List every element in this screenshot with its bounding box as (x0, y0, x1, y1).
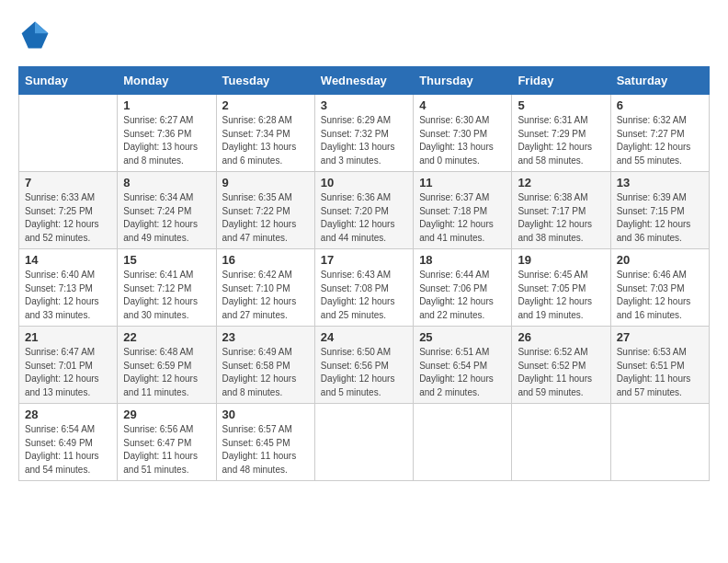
day-info: Sunrise: 6:40 AMSunset: 7:13 PMDaylight:… (25, 269, 111, 322)
day-number: 10 (321, 176, 407, 190)
day-number: 24 (321, 330, 407, 344)
day-info: Sunrise: 6:33 AMSunset: 7:25 PMDaylight:… (25, 191, 111, 245)
calendar-cell: 15Sunrise: 6:41 AMSunset: 7:12 PMDayligh… (118, 249, 216, 327)
calendar-cell: 28Sunrise: 6:54 AMSunset: 6:49 PMDayligh… (19, 404, 118, 481)
day-number: 19 (518, 253, 604, 267)
page-header (18, 18, 710, 52)
calendar-cell: 10Sunrise: 6:36 AMSunset: 7:20 PMDayligh… (314, 172, 413, 249)
day-number: 9 (222, 176, 309, 190)
day-info: Sunrise: 6:43 AMSunset: 7:08 PMDaylight:… (321, 269, 407, 322)
day-number: 8 (123, 176, 210, 190)
calendar-table: SundayMondayTuesdayWednesdayThursdayFrid… (18, 66, 710, 481)
svg-marker-1 (35, 22, 48, 34)
day-number: 26 (518, 330, 604, 344)
day-info: Sunrise: 6:53 AMSunset: 6:51 PMDaylight:… (617, 346, 703, 399)
day-info: Sunrise: 6:37 AMSunset: 7:18 PMDaylight:… (419, 191, 506, 245)
calendar-header-row: SundayMondayTuesdayWednesdayThursdayFrid… (19, 67, 710, 95)
day-number: 11 (419, 176, 506, 190)
calendar-cell: 26Sunrise: 6:52 AMSunset: 6:52 PMDayligh… (512, 327, 610, 404)
calendar-cell (314, 404, 413, 481)
day-info: Sunrise: 6:46 AMSunset: 7:03 PMDaylight:… (617, 269, 703, 322)
calendar-cell: 4Sunrise: 6:30 AMSunset: 7:30 PMDaylight… (414, 95, 512, 172)
calendar-cell: 5Sunrise: 6:31 AMSunset: 7:29 PMDaylight… (512, 95, 610, 172)
calendar-cell: 17Sunrise: 6:43 AMSunset: 7:08 PMDayligh… (314, 249, 413, 327)
calendar-week-row: 1Sunrise: 6:27 AMSunset: 7:36 PMDaylight… (19, 95, 710, 172)
calendar-cell: 14Sunrise: 6:40 AMSunset: 7:13 PMDayligh… (19, 249, 118, 327)
calendar-cell: 6Sunrise: 6:32 AMSunset: 7:27 PMDaylight… (610, 95, 709, 172)
day-number: 4 (419, 98, 506, 112)
calendar-cell: 23Sunrise: 6:49 AMSunset: 6:58 PMDayligh… (216, 327, 314, 404)
day-number: 6 (617, 98, 703, 112)
day-number: 20 (617, 253, 703, 267)
calendar-week-row: 14Sunrise: 6:40 AMSunset: 7:13 PMDayligh… (19, 249, 710, 327)
column-header-monday: Monday (118, 67, 216, 95)
calendar-cell: 24Sunrise: 6:50 AMSunset: 6:56 PMDayligh… (314, 327, 413, 404)
day-info: Sunrise: 6:39 AMSunset: 7:15 PMDaylight:… (617, 191, 703, 245)
day-number: 1 (123, 98, 210, 112)
calendar-week-row: 7Sunrise: 6:33 AMSunset: 7:25 PMDaylight… (19, 172, 710, 249)
day-number: 13 (617, 176, 703, 190)
day-info: Sunrise: 6:47 AMSunset: 7:01 PMDaylight:… (25, 346, 111, 399)
day-number: 2 (222, 98, 309, 112)
day-number: 23 (222, 330, 309, 344)
day-info: Sunrise: 6:34 AMSunset: 7:24 PMDaylight:… (123, 191, 210, 245)
day-info: Sunrise: 6:35 AMSunset: 7:22 PMDaylight:… (222, 191, 309, 245)
day-info: Sunrise: 6:32 AMSunset: 7:27 PMDaylight:… (617, 114, 703, 167)
day-number: 30 (222, 408, 309, 421)
day-number: 22 (123, 330, 210, 344)
calendar-cell: 22Sunrise: 6:48 AMSunset: 6:59 PMDayligh… (118, 327, 216, 404)
day-number: 21 (25, 330, 111, 344)
day-info: Sunrise: 6:44 AMSunset: 7:06 PMDaylight:… (419, 269, 506, 322)
calendar-cell: 7Sunrise: 6:33 AMSunset: 7:25 PMDaylight… (19, 172, 118, 249)
day-number: 28 (25, 408, 111, 421)
day-number: 14 (25, 253, 111, 267)
day-number: 3 (321, 98, 407, 112)
calendar-cell: 2Sunrise: 6:28 AMSunset: 7:34 PMDaylight… (216, 95, 314, 172)
calendar-cell: 9Sunrise: 6:35 AMSunset: 7:22 PMDaylight… (216, 172, 314, 249)
calendar-cell: 16Sunrise: 6:42 AMSunset: 7:10 PMDayligh… (216, 249, 314, 327)
calendar-cell: 8Sunrise: 6:34 AMSunset: 7:24 PMDaylight… (118, 172, 216, 249)
calendar-cell: 30Sunrise: 6:57 AMSunset: 6:45 PMDayligh… (216, 404, 314, 481)
day-info: Sunrise: 6:28 AMSunset: 7:34 PMDaylight:… (222, 114, 309, 167)
calendar-cell: 27Sunrise: 6:53 AMSunset: 6:51 PMDayligh… (610, 327, 709, 404)
logo (18, 18, 57, 52)
day-number: 5 (518, 98, 604, 112)
calendar-cell: 25Sunrise: 6:51 AMSunset: 6:54 PMDayligh… (414, 327, 512, 404)
calendar-cell: 29Sunrise: 6:56 AMSunset: 6:47 PMDayligh… (118, 404, 216, 481)
column-header-wednesday: Wednesday (314, 67, 413, 95)
day-info: Sunrise: 6:49 AMSunset: 6:58 PMDaylight:… (222, 346, 309, 399)
day-info: Sunrise: 6:42 AMSunset: 7:10 PMDaylight:… (222, 269, 309, 322)
day-number: 12 (518, 176, 604, 190)
calendar-cell: 12Sunrise: 6:38 AMSunset: 7:17 PMDayligh… (512, 172, 610, 249)
day-info: Sunrise: 6:38 AMSunset: 7:17 PMDaylight:… (518, 191, 604, 245)
day-info: Sunrise: 6:54 AMSunset: 6:49 PMDaylight:… (25, 423, 111, 477)
column-header-friday: Friday (512, 67, 610, 95)
column-header-sunday: Sunday (19, 67, 118, 95)
calendar-week-row: 21Sunrise: 6:47 AMSunset: 7:01 PMDayligh… (19, 327, 710, 404)
day-info: Sunrise: 6:27 AMSunset: 7:36 PMDaylight:… (123, 114, 210, 167)
day-info: Sunrise: 6:52 AMSunset: 6:52 PMDaylight:… (518, 346, 604, 399)
calendar-cell: 11Sunrise: 6:37 AMSunset: 7:18 PMDayligh… (414, 172, 512, 249)
calendar-cell: 20Sunrise: 6:46 AMSunset: 7:03 PMDayligh… (610, 249, 709, 327)
column-header-tuesday: Tuesday (216, 67, 314, 95)
day-info: Sunrise: 6:36 AMSunset: 7:20 PMDaylight:… (321, 191, 407, 245)
calendar-cell: 1Sunrise: 6:27 AMSunset: 7:36 PMDaylight… (118, 95, 216, 172)
column-header-thursday: Thursday (414, 67, 512, 95)
day-number: 27 (617, 330, 703, 344)
column-header-saturday: Saturday (610, 67, 709, 95)
day-number: 15 (123, 253, 210, 267)
calendar-cell: 13Sunrise: 6:39 AMSunset: 7:15 PMDayligh… (610, 172, 709, 249)
calendar-cell: 3Sunrise: 6:29 AMSunset: 7:32 PMDaylight… (314, 95, 413, 172)
day-number: 7 (25, 176, 111, 190)
day-number: 16 (222, 253, 309, 267)
day-number: 29 (123, 408, 210, 421)
day-info: Sunrise: 6:50 AMSunset: 6:56 PMDaylight:… (321, 346, 407, 399)
calendar-cell: 21Sunrise: 6:47 AMSunset: 7:01 PMDayligh… (19, 327, 118, 404)
calendar-cell (512, 404, 610, 481)
day-info: Sunrise: 6:31 AMSunset: 7:29 PMDaylight:… (518, 114, 604, 167)
day-info: Sunrise: 6:48 AMSunset: 6:59 PMDaylight:… (123, 346, 210, 399)
calendar-cell: 18Sunrise: 6:44 AMSunset: 7:06 PMDayligh… (414, 249, 512, 327)
calendar-cell (414, 404, 512, 481)
day-number: 25 (419, 330, 506, 344)
day-info: Sunrise: 6:29 AMSunset: 7:32 PMDaylight:… (321, 114, 407, 167)
